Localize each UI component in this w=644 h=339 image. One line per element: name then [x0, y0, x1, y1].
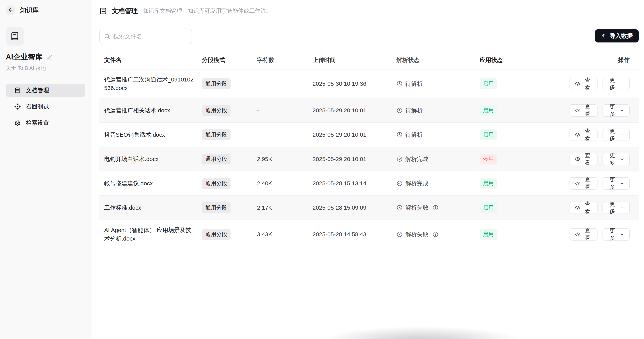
import-data-button[interactable]: 导入数据	[595, 29, 638, 43]
chevron-down-icon	[620, 108, 624, 113]
table-row: 帐号搭建建议.docx 通用分段 2.40K 2025-05-28 15:13:…	[99, 171, 638, 196]
gear-icon	[14, 120, 21, 126]
more-button[interactable]: 更多	[602, 104, 630, 117]
file-name-cell: 电销开场白话术.docx	[99, 155, 202, 163]
parse-status-label: 待解析	[405, 80, 423, 88]
app-status-badge: 启用	[480, 129, 497, 140]
sidebar-item-label: 文档管理	[26, 87, 49, 94]
back-button[interactable]	[6, 6, 16, 15]
char-count-cell: -	[257, 131, 312, 138]
check-circle-icon	[396, 180, 403, 186]
parse-status-label: 解析完成	[405, 155, 428, 163]
x-circle-icon	[396, 231, 403, 237]
app-status-badge: 启用	[480, 105, 497, 116]
upload-time-cell: 2025-05-30 10:19:36	[312, 81, 396, 87]
more-button-label: 更多	[608, 127, 617, 142]
sidebar-item-recall-test[interactable]: 召回测试	[6, 100, 85, 113]
view-button-label: 查看	[583, 77, 592, 91]
more-button-label: 更多	[608, 200, 617, 215]
char-count-cell: 2.17K	[257, 204, 312, 211]
view-button-label: 查看	[583, 152, 592, 166]
view-button[interactable]: 查看	[570, 78, 598, 90]
more-button[interactable]: 更多	[602, 153, 630, 165]
parse-status-label: 解析完成	[405, 180, 428, 187]
view-button[interactable]: 查看	[570, 228, 598, 240]
more-button[interactable]: 更多	[602, 228, 630, 240]
page-description: 知识库文档管理，知识库可应用宇智能体或工作流。	[143, 7, 272, 15]
book-icon	[10, 32, 20, 41]
view-button-label: 查看	[583, 176, 592, 191]
file-name-cell: AI Agent（智能体） 应用场景及技术分析.docx	[99, 226, 202, 243]
table-row: 工作标准.docx 通用分段 2.17K 2025-05-28 15:09:09…	[99, 196, 638, 220]
chevron-down-icon	[620, 132, 624, 137]
table-row: 代运营推广二次沟通话术_0910102536.docx 通用分段 - 2025-…	[99, 70, 638, 99]
chevron-down-icon	[620, 232, 624, 237]
parse-status-cell: 解析失败	[396, 204, 480, 212]
parse-status-cell: 解析完成	[396, 180, 480, 187]
more-button[interactable]: 更多	[602, 129, 630, 141]
edit-pencil-icon[interactable]	[46, 54, 52, 60]
info-icon[interactable]	[432, 231, 438, 237]
actions-cell: 查看 更多	[570, 153, 638, 165]
actions-cell: 查看 更多	[570, 129, 638, 141]
more-button[interactable]: 更多	[602, 177, 630, 190]
app-status-badge: 启用	[480, 229, 497, 240]
parse-status-cell: 解析完成	[396, 155, 480, 163]
view-button[interactable]: 查看	[570, 104, 598, 117]
more-button-label: 更多	[608, 103, 617, 118]
more-button-label: 更多	[608, 77, 617, 91]
app-status-badge: 停用	[480, 154, 497, 164]
segment-mode-badge: 通用分段	[202, 129, 230, 140]
document-icon	[14, 87, 21, 94]
sidebar-menu: 文档管理 召回测试 检索设置	[6, 84, 85, 130]
eye-icon	[575, 81, 580, 87]
info-icon[interactable]	[432, 205, 438, 211]
chevron-down-icon	[620, 181, 624, 186]
clock-icon	[396, 132, 403, 138]
more-button[interactable]: 更多	[602, 202, 630, 214]
segment-mode-badge: 通用分段	[202, 229, 230, 240]
upload-time-cell: 2025-05-29 20:10:01	[312, 107, 396, 114]
sidebar-item-label: 检索设置	[26, 119, 49, 127]
eye-icon	[575, 231, 580, 237]
sidebar-item-document-management[interactable]: 文档管理	[6, 84, 85, 97]
table-body: 代运营推广二次沟通话术_0910102536.docx 通用分段 - 2025-…	[99, 70, 638, 249]
eye-icon	[575, 108, 580, 113]
main-content: 文档管理 知识库文档管理，知识库可应用宇智能体或工作流。 导入数据 文件名 分段…	[92, 0, 644, 339]
sidebar-item-retrieval-settings[interactable]: 检索设置	[6, 116, 85, 130]
bottom-shadow	[294, 318, 549, 339]
view-button[interactable]: 查看	[570, 129, 598, 141]
more-button[interactable]: 更多	[602, 78, 630, 90]
view-button[interactable]: 查看	[570, 177, 598, 190]
char-count-cell: -	[257, 81, 312, 87]
segment-mode-badge: 通用分段	[202, 202, 230, 213]
sidebar-header: 知识库	[6, 6, 85, 15]
parse-status-cell: 待解析	[396, 131, 480, 139]
document-icon	[99, 7, 107, 15]
kb-title: AI企业智库	[6, 52, 42, 62]
file-name-cell: 代运营推广二次沟通话术_0910102536.docx	[99, 75, 202, 92]
view-button-label: 查看	[583, 200, 592, 215]
search-icon	[104, 33, 110, 39]
eye-icon	[575, 156, 580, 162]
sidebar-item-label: 召回测试	[26, 103, 49, 111]
search-input[interactable]	[113, 33, 187, 40]
upload-time-cell: 2025-05-28 14:58:43	[312, 231, 396, 238]
actions-cell: 查看 更多	[570, 228, 638, 240]
char-count-cell: -	[257, 107, 312, 114]
column-header-filename: 文件名	[99, 56, 202, 64]
kb-subtitle: 关于 To B AI 落地	[6, 65, 85, 72]
toolbar: 导入数据	[92, 23, 644, 51]
char-count-cell: 2.40K	[257, 180, 312, 187]
page-header: 文档管理 知识库文档管理，知识库可应用宇智能体或工作流。	[92, 0, 644, 23]
segment-mode-badge: 通用分段	[202, 105, 230, 116]
parse-status-cell: 待解析	[396, 107, 480, 115]
column-header-upload-time: 上传时间	[312, 56, 396, 64]
column-header-actions: 操作	[570, 56, 638, 64]
view-button[interactable]: 查看	[570, 202, 598, 214]
actions-cell: 查看 更多	[570, 104, 638, 117]
view-button[interactable]: 查看	[570, 153, 598, 165]
parse-status-cell: 解析失败	[396, 230, 480, 238]
table-row: 电销开场白话术.docx 通用分段 2.95K 2025-05-29 20:10…	[99, 147, 638, 171]
sidebar: 知识库 AI企业智库 关于 To B AI 落地 文档管理 召回	[0, 0, 92, 339]
